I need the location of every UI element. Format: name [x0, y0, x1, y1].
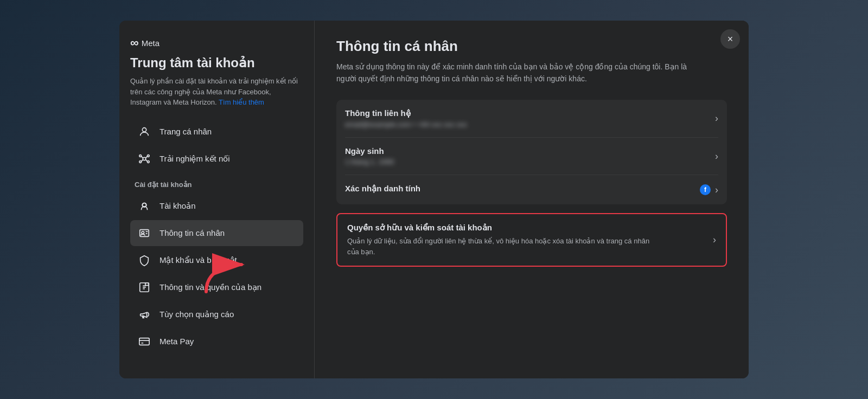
sidebar-title: Trung tâm tài khoản	[130, 55, 303, 70]
chevron-right-icon: ›	[715, 151, 718, 162]
close-button[interactable]: ×	[720, 29, 740, 49]
svg-point-2	[139, 155, 142, 157]
sidebar-item-label: Thông tin cá nhân	[159, 228, 225, 237]
svg-point-13	[142, 231, 144, 234]
highlight-content: Quyền sở hữu và kiểm soát tài khoản Quản…	[347, 223, 662, 257]
account-icon	[137, 198, 152, 214]
sidebar-item-label: Trang cá nhân	[159, 127, 212, 136]
svg-rect-21	[139, 338, 149, 345]
info-item-label: Ngày sinh	[345, 146, 394, 156]
chevron-right-icon: ›	[715, 184, 718, 196]
info-items-container: Thông tin liên hệ email@example.com • +8…	[336, 100, 727, 204]
highlight-description: Quản lý dữ liệu, sửa đổi người liên hệ t…	[347, 236, 662, 257]
info-item-xac-nhan-danh-tinh[interactable]: Xác nhận danh tính f ›	[345, 175, 718, 204]
info-item-right: f ›	[700, 184, 718, 196]
svg-line-7	[145, 156, 148, 158]
svg-point-0	[142, 127, 146, 131]
svg-point-4	[139, 160, 142, 163]
sidebar-item-thong-tin-quyen[interactable]: Thông tin và quyền của bạn	[130, 274, 303, 300]
sidebar-item-label: Mật khẩu và bảo mật	[159, 255, 237, 265]
learn-more-link[interactable]: Tìm hiểu thêm	[219, 98, 264, 106]
meta-logo-text: Meta	[142, 38, 159, 48]
sidebar-item-label: Thông tin và quyền của bạn	[159, 282, 261, 292]
sidebar-description: Quản lý phần cài đặt tài khoản và trải n…	[130, 76, 303, 108]
info-item-content: Ngày sinh 1 tháng 1, 1990	[345, 146, 394, 166]
ownership-control-box[interactable]: Quyền sở hữu và kiểm soát tài khoản Quản…	[336, 213, 727, 267]
meta-logo: ∞ Meta	[130, 36, 303, 50]
highlight-title: Quyền sở hữu và kiểm soát tài khoản	[347, 223, 662, 233]
sidebar-item-label: Trải nghiệm kết nối	[159, 154, 230, 164]
svg-point-5	[148, 160, 150, 163]
sidebar-item-mat-khau-bao-mat[interactable]: Mật khẩu và bảo mật	[130, 247, 303, 273]
svg-rect-20	[145, 282, 149, 285]
info-item-label: Thông tin liên hệ	[345, 108, 467, 118]
facebook-icon: f	[700, 184, 711, 195]
network-icon	[137, 151, 152, 166]
main-content: Thông tin cá nhân Meta sử dụng thông tin…	[315, 21, 749, 378]
svg-line-9	[145, 159, 148, 161]
shield-icon	[137, 253, 152, 268]
sidebar-item-thong-tin-ca-nhan[interactable]: Thông tin cá nhân	[130, 220, 303, 246]
page-description: Meta sử dụng thông tin này để xác minh d…	[336, 61, 705, 85]
svg-point-3	[148, 155, 150, 157]
info-item-label: Xác nhận danh tính	[345, 184, 420, 194]
sidebar-item-trai-nghiem-ket-noi[interactable]: Trải nghiệm kết nối	[130, 146, 303, 172]
chevron-right-icon: ›	[713, 234, 716, 246]
info-item-value: 1 tháng 1, 1990	[345, 158, 394, 166]
info-item-right: ›	[715, 151, 718, 162]
megaphone-icon	[137, 307, 152, 322]
modal-container: × ∞ Meta Trung tâm tài khoản Quản lý phầ…	[119, 21, 749, 378]
card-icon	[137, 334, 152, 349]
svg-line-8	[142, 159, 144, 161]
sidebar-item-label: Tài khoản	[159, 201, 196, 211]
info-item-thong-tin-lien-he[interactable]: Thông tin liên hệ email@example.com • +8…	[345, 100, 718, 138]
sidebar-item-label: Tùy chọn quảng cáo	[159, 310, 234, 319]
info-item-right: ›	[715, 113, 718, 124]
sidebar-item-tuy-chon-quang-cao[interactable]: Tùy chọn quảng cáo	[130, 301, 303, 327]
info-item-ngay-sinh[interactable]: Ngày sinh 1 tháng 1, 1990 ›	[345, 138, 718, 175]
chevron-right-icon: ›	[715, 113, 718, 124]
meta-logo-icon: ∞	[130, 36, 138, 50]
sidebar-item-label: Meta Pay	[159, 337, 194, 346]
info-item-value: email@example.com • +84 xxx xxx xxx	[345, 120, 467, 128]
id-card-icon	[137, 226, 152, 241]
person-icon	[137, 124, 152, 139]
info-item-content: Thông tin liên hệ email@example.com • +8…	[345, 108, 467, 128]
sidebar: ∞ Meta Trung tâm tài khoản Quản lý phần …	[119, 21, 315, 378]
sidebar-item-meta-pay[interactable]: Meta Pay	[130, 329, 303, 355]
sidebar-item-tai-khoan[interactable]: Tài khoản	[130, 193, 303, 219]
svg-line-6	[142, 156, 144, 158]
settings-section-label: Cài đặt tài khoản	[135, 181, 303, 189]
page-title: Thông tin cá nhân	[336, 38, 727, 55]
info-item-content: Xác nhận danh tính	[345, 184, 420, 196]
info-box-icon	[137, 280, 152, 295]
sidebar-item-trang-ca-nhan[interactable]: Trang cá nhân	[130, 119, 303, 145]
